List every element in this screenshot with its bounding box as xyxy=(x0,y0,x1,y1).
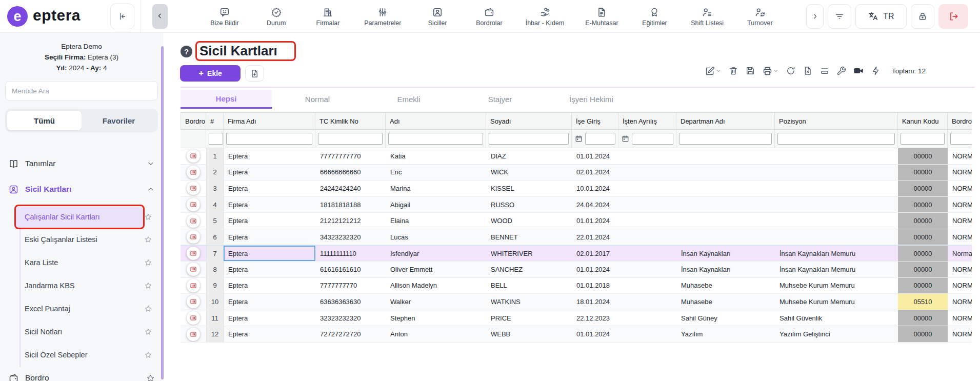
sidebar-item-excel-puantaj[interactable]: Excel Puantaj xyxy=(0,297,163,320)
cell-num[interactable]: 1 xyxy=(206,148,224,164)
table-row[interactable]: 4Eptera18181818188AbigailRUSSO24.04.2024… xyxy=(181,197,972,213)
cell-tip[interactable]: NORMAL xyxy=(948,310,972,326)
cell-giris[interactable]: 24.04.2024 xyxy=(572,197,618,213)
settings-button[interactable] xyxy=(836,66,846,76)
cell-ad[interactable]: Eric xyxy=(386,165,486,181)
column-header-soyad[interactable]: Soyadı xyxy=(486,113,572,129)
column-header-tc[interactable]: TC Kimlik No xyxy=(315,113,386,129)
cell-giris[interactable]: 02.01.2024 xyxy=(572,165,618,181)
cell-tip[interactable]: NORMAL xyxy=(948,326,972,342)
sidebar-item-kara-liste[interactable]: Kara Liste xyxy=(0,251,163,274)
cell-giris[interactable]: 22.01.2024 xyxy=(572,229,618,245)
cell-pozisyon[interactable]: İnsan Kaynakları Memuru xyxy=(775,246,898,261)
cell-firma[interactable]: Eptera xyxy=(224,165,315,181)
save-button[interactable] xyxy=(745,66,755,76)
column-header-ad[interactable]: Adı xyxy=(386,113,486,129)
cell-num[interactable]: 2 xyxy=(206,165,224,181)
payroll-slip-button[interactable] xyxy=(187,214,200,228)
column-header-tip[interactable]: Bordro xyxy=(948,113,972,129)
cell-tip[interactable]: NORMAL xyxy=(948,197,972,213)
table-row[interactable]: 12Eptera72727272720AntonWEBB01.01.2024Ya… xyxy=(181,326,972,343)
new-document-button[interactable] xyxy=(245,65,264,82)
delete-button[interactable] xyxy=(728,66,738,76)
cell-pozisyon[interactable] xyxy=(775,148,898,164)
cell-kanun[interactable]: 00000 xyxy=(898,197,948,213)
filter-input-tip[interactable] xyxy=(950,133,972,145)
cell-firma[interactable]: Eptera xyxy=(224,197,315,213)
filter-input-giris[interactable] xyxy=(585,133,615,145)
toolbar-item-turnover[interactable]: Turnover xyxy=(745,7,775,27)
cell-tip[interactable]: NORMAL xyxy=(948,213,972,229)
payroll-slip-button[interactable] xyxy=(187,295,200,308)
toolbar-item-firmalar[interactable]: Firmalar xyxy=(312,7,343,27)
cell-tc[interactable]: 63636363630 xyxy=(315,294,386,310)
cell-departman[interactable]: İnsan Kaynakları xyxy=(676,246,775,261)
cell-soyad[interactable]: WICK xyxy=(486,165,572,181)
cell-kanun[interactable]: 00000 xyxy=(898,262,948,277)
cell-pozisyon[interactable] xyxy=(775,229,898,245)
cell-num[interactable]: 3 xyxy=(206,181,224,196)
filter-input-ayrilis[interactable] xyxy=(632,133,673,145)
cell-kanun[interactable]: 00000 xyxy=(898,165,948,181)
cell-ayrilis[interactable] xyxy=(618,326,676,342)
cell-ayrilis[interactable] xyxy=(618,148,676,164)
cell-num[interactable]: 5 xyxy=(206,213,224,229)
payroll-slip-button[interactable] xyxy=(187,149,200,163)
toolbar-item-shift-listesi[interactable]: Shift Listesi xyxy=(691,7,724,27)
column-header-ayrilis[interactable]: İşten Ayrılış xyxy=(618,113,676,129)
payroll-slip-button[interactable] xyxy=(187,198,200,211)
cell-bordro[interactable] xyxy=(181,278,206,294)
cell-kanun[interactable]: 00000 xyxy=(898,213,948,229)
video-button[interactable] xyxy=(853,65,864,76)
cell-bordro[interactable] xyxy=(181,246,206,261)
toolbar-item-e-muhtasar[interactable]: E-Muhtasar xyxy=(585,7,618,27)
cell-giris[interactable]: 01.01.2024 xyxy=(572,213,618,229)
table-row[interactable]: 11Eptera32323232320StephenPRICE22.12.202… xyxy=(181,310,972,327)
cell-firma[interactable]: Eptera xyxy=(224,181,315,196)
star-icon[interactable] xyxy=(146,374,155,381)
sidebar-section-tanimlar[interactable]: Tanımlar xyxy=(0,152,163,175)
payroll-slip-button[interactable] xyxy=(187,247,200,260)
sidebar-item-jandarma-kbs[interactable]: Jandarma KBS xyxy=(0,274,163,297)
table-row[interactable]: 8Eptera61616161610Oliver EmmettSANCHEZ01… xyxy=(181,262,972,278)
cell-num[interactable]: 11 xyxy=(206,310,224,326)
lock-button[interactable] xyxy=(911,4,934,29)
print-button[interactable] xyxy=(762,66,779,76)
calendar-icon[interactable] xyxy=(621,134,630,143)
table-row[interactable]: 2Eptera66666666660EricWICK02.01.20240000… xyxy=(181,165,972,181)
column-header-num[interactable]: # xyxy=(206,113,224,129)
cell-firma[interactable]: Eptera xyxy=(224,246,315,261)
column-header-pozisyon[interactable]: Pozisyon xyxy=(775,113,898,129)
cell-soyad[interactable]: BENNET xyxy=(486,229,572,245)
cell-tip[interactable]: Normal xyxy=(948,246,972,261)
payroll-slip-button[interactable] xyxy=(187,182,200,195)
cell-giris[interactable]: 02.01.2017 xyxy=(572,246,618,261)
collapse-rows-button[interactable] xyxy=(819,66,830,76)
table-row[interactable]: 3Eptera24242424240MarinaKISSEL10.01.2024… xyxy=(181,181,972,197)
sidebar-collapse-button[interactable] xyxy=(110,4,134,29)
cell-bordro[interactable] xyxy=(181,148,206,164)
cell-soyad[interactable]: KISSEL xyxy=(486,181,572,196)
cell-num[interactable]: 12 xyxy=(206,326,224,342)
cell-num[interactable]: 4 xyxy=(206,197,224,213)
cell-giris[interactable]: 10.01.2024 xyxy=(572,181,618,196)
cell-ayrilis[interactable] xyxy=(618,213,676,229)
cell-firma[interactable]: Eptera xyxy=(224,148,315,164)
filter-input-soyad[interactable] xyxy=(489,133,569,145)
cell-tip[interactable]: NORMAL xyxy=(948,262,972,277)
cell-kanun[interactable]: 05510 xyxy=(898,294,948,310)
filter-input-departman[interactable] xyxy=(679,133,772,145)
cell-soyad[interactable]: WATKINS xyxy=(486,294,572,310)
cell-pozisyon[interactable]: Muhsebe Kurum Memuru xyxy=(775,278,898,294)
cell-tip[interactable]: NORMAL xyxy=(948,165,972,181)
cell-tc[interactable]: 32323232320 xyxy=(315,310,386,326)
export-button[interactable] xyxy=(803,66,813,76)
tab-i-yeri-hekimi[interactable]: İşyeri Hekimi xyxy=(546,90,637,109)
sidebar-scrollbar[interactable] xyxy=(161,46,164,379)
cell-tc[interactable]: 24242424240 xyxy=(315,181,386,196)
toolbar-item-bordrolar[interactable]: Bordrolar xyxy=(474,7,505,27)
sidebar-item-sicil-notlar[interactable]: Sicil Notları xyxy=(0,320,163,343)
cell-tc[interactable]: 11111111110 xyxy=(315,246,386,261)
cell-ad[interactable]: Stephen xyxy=(386,310,486,326)
cell-firma[interactable]: Eptera xyxy=(224,294,315,310)
